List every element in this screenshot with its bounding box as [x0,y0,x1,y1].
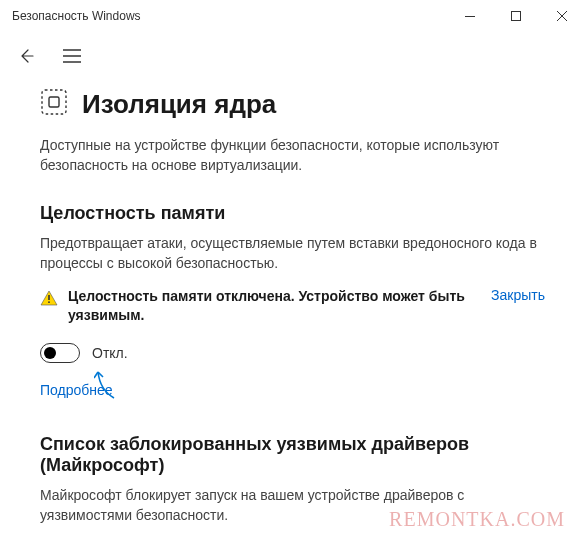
content-area: Изоляция ядра Доступные на устройстве фу… [0,80,585,525]
back-button[interactable] [14,44,38,68]
svg-rect-2 [42,90,66,114]
svg-rect-0 [465,16,475,17]
learn-more-link[interactable]: Подробнее [40,382,113,398]
blocklist-title: Список заблокированных уязвимых драйверо… [40,434,545,476]
toggle-label: Откл. [92,345,128,361]
blocklist-desc: Майкрософт блокирует запуск на вашем уст… [40,486,545,525]
warning-icon [40,289,58,311]
svg-rect-4 [48,295,50,300]
close-button[interactable] [539,0,585,32]
page-intro: Доступные на устройстве функции безопасн… [40,136,545,175]
warning-alert: Целостность памяти отключена. Устройство… [40,287,545,325]
memory-integrity-desc: Предотвращает атаки, осуществляемые путе… [40,234,545,273]
minimize-button[interactable] [447,0,493,32]
svg-rect-3 [49,97,59,107]
blocklist-section: Список заблокированных уязвимых драйверо… [40,434,545,525]
warning-text: Целостность памяти отключена. Устройство… [68,287,481,325]
titlebar: Безопасность Windows [0,0,585,32]
window-controls [447,0,585,32]
memory-integrity-toggle[interactable] [40,343,80,363]
svg-rect-5 [48,302,50,304]
page-header: Изоляция ядра [40,88,545,120]
memory-integrity-title: Целостность памяти [40,203,545,224]
window-title: Безопасность Windows [12,9,141,23]
toggle-row: Откл. [40,343,545,363]
page-title: Изоляция ядра [82,89,276,120]
svg-rect-1 [512,12,521,21]
nav-bar [0,32,585,80]
dismiss-link[interactable]: Закрыть [491,287,545,303]
menu-button[interactable] [60,44,84,68]
maximize-button[interactable] [493,0,539,32]
core-isolation-icon [40,88,68,120]
